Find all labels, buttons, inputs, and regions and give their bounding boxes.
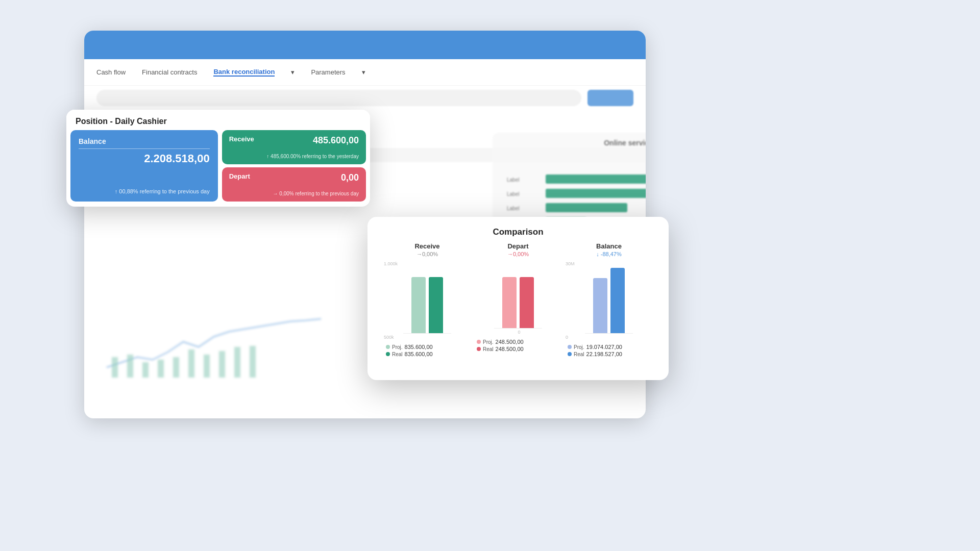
svg-rect-0 xyxy=(546,174,646,184)
comparison-section-receive: Receive →0,00% 1.000k 500k Proj. 835.600… xyxy=(382,242,473,357)
svg-text:Label: Label xyxy=(507,177,519,183)
svg-rect-20 xyxy=(250,346,256,378)
receive-label: Receive xyxy=(229,135,254,143)
comp-receive-change: →0,00% xyxy=(416,251,438,257)
blurred-chart-title: Online services xyxy=(493,133,646,153)
depart-note: → 0,00% referring to the previous day xyxy=(229,191,359,196)
comp-depart-chart: 0 xyxy=(473,261,564,335)
bank-reconciliation-chevron: ▾ xyxy=(291,68,295,76)
comp-receive-bar-real xyxy=(429,277,443,333)
comp-receive-legend-proj: Proj. 835.600,00 xyxy=(386,344,435,350)
comp-balance-legend: Proj. 19.074.027,00 Real 22.198.527,00 xyxy=(564,344,654,357)
comp-receive-real-dot xyxy=(386,352,390,356)
receive-panel: Receive 485.600,00 ↑ 485,600.00% referri… xyxy=(222,130,366,164)
comp-depart-bar-real xyxy=(520,277,534,328)
receive-value: 485.600,00 xyxy=(313,135,359,146)
daily-cashier-card: Position - Daily Cashier Balance 2.208.5… xyxy=(66,110,370,207)
comp-receive-chart: 1.000k 500k xyxy=(382,261,473,340)
balance-divider xyxy=(79,148,210,149)
comp-balance-chart: 30M 0 xyxy=(564,261,654,340)
comp-depart-bar-proj xyxy=(502,277,517,328)
svg-rect-14 xyxy=(158,360,164,378)
comp-balance-ylabel-top: 30M xyxy=(564,261,654,266)
comp-balance-proj-dot xyxy=(568,345,572,349)
balance-value: 2.208.518,00 xyxy=(79,152,210,165)
depart-header: Depart 0,00 xyxy=(229,172,359,183)
comp-balance-real-label: Real xyxy=(574,352,584,357)
receive-note: ↑ 485,600.00% referring to the yesterday xyxy=(229,154,359,159)
nav-financial-contracts[interactable]: Financial contracts xyxy=(142,68,197,76)
comp-depart-legend: Proj. 248.500,00 Real 248.500,00 xyxy=(473,339,564,352)
svg-text:Label: Label xyxy=(507,191,519,197)
nav-bar: Cash flow Financial contracts Bank recon… xyxy=(84,59,646,86)
comp-receive-proj-dot xyxy=(386,345,390,349)
comp-balance-bar-real xyxy=(610,268,625,333)
comp-balance-proj-val: 19.074.027,00 xyxy=(586,344,624,350)
comp-depart-proj-dot xyxy=(477,340,481,344)
comp-depart-proj-label: Proj. xyxy=(483,339,494,345)
blurred-line-svg xyxy=(96,296,341,388)
comp-receive-bar-proj xyxy=(411,277,426,333)
comp-balance-title: Balance xyxy=(596,242,622,250)
comp-depart-ylabel-mid: 0 xyxy=(473,330,564,335)
comparison-section-balance: Balance ↓ -88,47% 30M 0 Proj. 19.074.027… xyxy=(564,242,654,357)
comp-receive-title: Receive xyxy=(414,242,439,250)
svg-rect-2 xyxy=(546,203,627,212)
comp-receive-real-val: 835.600,00 xyxy=(405,351,435,357)
nav-parameters[interactable]: Parameters xyxy=(311,68,345,76)
comparison-title: Comparison xyxy=(382,227,654,237)
search-btn-fake xyxy=(587,90,633,106)
depart-panel: Depart 0,00 → 0,00% referring to the pre… xyxy=(222,167,366,202)
comp-receive-proj-label: Proj. xyxy=(392,344,403,350)
comp-depart-title: Depart xyxy=(507,242,528,250)
svg-rect-15 xyxy=(173,357,179,378)
svg-rect-12 xyxy=(127,355,133,378)
svg-text:Label: Label xyxy=(507,206,519,211)
nav-bank-reconciliation[interactable]: Bank reconciliation xyxy=(213,68,275,77)
comp-receive-bars xyxy=(403,267,451,334)
depart-value: 0,00 xyxy=(341,172,359,183)
daily-cashier-title: Position - Daily Cashier xyxy=(66,110,370,130)
svg-rect-16 xyxy=(188,349,194,378)
comp-depart-real-val: 248.500,00 xyxy=(496,346,526,352)
parameters-chevron: ▾ xyxy=(362,68,365,76)
comp-balance-legend-real: Real 22.198.527,00 xyxy=(568,351,624,357)
comparison-card: Comparison Receive →0,00% 1.000k 500k Pr… xyxy=(368,217,669,380)
svg-rect-1 xyxy=(546,189,646,198)
comp-receive-ylabel-mid: 500k xyxy=(382,335,473,340)
balance-panel: Balance 2.208.518,00 ↑ 00,88% referring … xyxy=(70,130,218,202)
search-bar xyxy=(84,86,646,110)
svg-rect-19 xyxy=(234,347,240,378)
svg-rect-17 xyxy=(204,355,210,378)
balance-label: Balance xyxy=(79,137,210,145)
comp-balance-real-dot xyxy=(568,352,572,356)
daily-cashier-grid: Balance 2.208.518,00 ↑ 00,88% referring … xyxy=(70,130,366,202)
comp-receive-legend-real: Real 835.600,00 xyxy=(386,351,435,357)
receive-depart-col: Receive 485.600,00 ↑ 485,600.00% referri… xyxy=(222,130,366,202)
depart-label: Depart xyxy=(229,172,250,180)
comp-receive-real-label: Real xyxy=(392,352,403,357)
comp-balance-bar-proj xyxy=(593,278,607,333)
comp-receive-legend: Proj. 835.600,00 Real 835.600,00 xyxy=(382,344,473,357)
comp-depart-change: →0,00% xyxy=(507,251,529,257)
balance-note: ↑ 00,88% referring to the previous day xyxy=(79,188,210,194)
comp-receive-ylabel-top: 1.000k xyxy=(382,261,473,266)
header-bar xyxy=(84,31,646,59)
svg-rect-11 xyxy=(112,357,118,378)
comp-balance-real-val: 22.198.527,00 xyxy=(586,351,624,357)
comparison-grid: Receive →0,00% 1.000k 500k Proj. 835.600… xyxy=(382,242,654,357)
receive-header: Receive 485.600,00 xyxy=(229,135,359,146)
comp-depart-legend-proj: Proj. 248.500,00 xyxy=(477,339,526,345)
comp-depart-bars xyxy=(494,262,542,329)
comp-depart-legend-real: Real 248.500,00 xyxy=(477,346,526,352)
comp-balance-change: ↓ -88,47% xyxy=(596,251,622,257)
search-input-fake xyxy=(96,90,581,106)
svg-rect-18 xyxy=(219,351,225,378)
comp-balance-legend-proj: Proj. 19.074.027,00 xyxy=(568,344,624,350)
comp-depart-real-label: Real xyxy=(483,346,494,352)
comp-balance-ylabel-bot: 0 xyxy=(564,335,654,340)
nav-cash-flow[interactable]: Cash flow xyxy=(96,68,126,76)
comparison-section-depart: Depart →0,00% 0 Proj. 248.500,00 Real xyxy=(473,242,564,357)
comp-balance-proj-label: Proj. xyxy=(574,344,584,350)
blurred-bottom-chart xyxy=(96,296,341,398)
